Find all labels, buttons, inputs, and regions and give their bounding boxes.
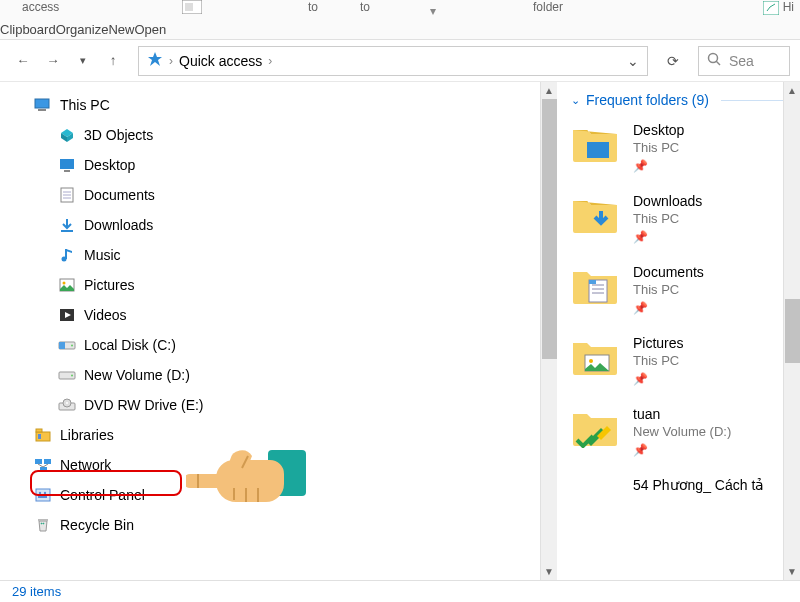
- svg-rect-39: [36, 489, 50, 501]
- folder-location: New Volume (D:): [633, 424, 731, 439]
- svg-point-30: [66, 402, 68, 404]
- folder-item-tuan[interactable]: tuan New Volume (D:) 📌: [571, 406, 800, 457]
- section-title: Frequent folders (9): [586, 92, 709, 108]
- pin-icon: 📌: [633, 230, 702, 244]
- address-bar[interactable]: › Quick access › ⌄: [138, 46, 648, 76]
- ribbon-group-organize[interactable]: Organize: [56, 22, 109, 37]
- refresh-button[interactable]: ⟳: [658, 53, 688, 69]
- main-content: ⌄ Frequent folders (9) Desktop This PC 📌…: [557, 82, 800, 580]
- svg-rect-12: [64, 170, 70, 172]
- svg-rect-24: [59, 342, 65, 349]
- svg-point-20: [63, 282, 66, 285]
- chevron-right-icon[interactable]: ›: [268, 54, 272, 68]
- ribbon-group-new[interactable]: New: [108, 22, 134, 37]
- section-frequent-folders[interactable]: ⌄ Frequent folders (9): [571, 92, 800, 108]
- drive-icon: [58, 366, 76, 384]
- back-button[interactable]: ←: [10, 48, 36, 74]
- ribbon-group-clipboard[interactable]: Clipboard: [0, 22, 56, 37]
- tree-control-panel[interactable]: Control Panel: [24, 480, 540, 510]
- tree-recycle-bin[interactable]: Recycle Bin: [24, 510, 540, 540]
- tree-this-pc[interactable]: This PC: [24, 90, 540, 120]
- folder-icon: [571, 122, 619, 164]
- control-panel-icon: [34, 486, 52, 504]
- pictures-icon: [58, 276, 76, 294]
- tree-videos[interactable]: Videos: [24, 300, 540, 330]
- tree-label: DVD RW Drive (E:): [84, 397, 204, 413]
- tree-label: Documents: [84, 187, 155, 203]
- pin-icon: 📌: [633, 443, 731, 457]
- tree-label: Recycle Bin: [60, 517, 134, 533]
- tree-new-volume-d[interactable]: New Volume (D:): [24, 360, 540, 390]
- tree-label: Pictures: [84, 277, 135, 293]
- tree-downloads[interactable]: Downloads: [24, 210, 540, 240]
- svg-rect-32: [36, 429, 42, 432]
- tree-music[interactable]: Music: [24, 240, 540, 270]
- tree-label: 3D Objects: [84, 127, 153, 143]
- ribbon-fragment: folder: [533, 0, 563, 14]
- tree-label: New Volume (D:): [84, 367, 190, 383]
- chevron-down-icon: ⌄: [571, 94, 580, 107]
- search-icon: [707, 52, 721, 69]
- pin-icon: 📌: [633, 159, 684, 173]
- recent-locations-button[interactable]: ▾: [70, 48, 96, 74]
- tree-label: Local Disk (C:): [84, 337, 176, 353]
- this-pc-icon: [34, 96, 52, 114]
- folder-name: Documents: [633, 264, 704, 280]
- tree-libraries[interactable]: Libraries: [24, 420, 540, 450]
- scroll-down-icon[interactable]: ▼: [787, 563, 797, 580]
- folder-item-partial[interactable]: 54 Phương_ Cách tả: [571, 477, 800, 519]
- breadcrumb-item[interactable]: Quick access: [179, 53, 262, 69]
- svg-point-41: [44, 492, 46, 494]
- chevron-right-icon[interactable]: ›: [169, 54, 173, 68]
- svg-rect-36: [40, 467, 47, 472]
- tree-label: Libraries: [60, 427, 114, 443]
- tree-dvd-drive-e[interactable]: DVD RW Drive (E:): [24, 390, 540, 420]
- tree-documents[interactable]: Documents: [24, 180, 540, 210]
- tree-label: This PC: [60, 97, 110, 113]
- tree-label: Music: [84, 247, 121, 263]
- folder-item-pictures[interactable]: Pictures This PC 📌: [571, 335, 800, 386]
- item-count: 29 items: [12, 584, 61, 599]
- folder-item-desktop[interactable]: Desktop This PC 📌: [571, 122, 800, 173]
- scroll-up-icon[interactable]: ▲: [787, 82, 797, 99]
- scrollbar-thumb[interactable]: [785, 299, 800, 363]
- ribbon-group-open[interactable]: Open: [134, 22, 166, 37]
- folder-name: 54 Phương_ Cách tả: [633, 477, 764, 493]
- scroll-up-icon[interactable]: ▲: [544, 82, 554, 99]
- scroll-down-icon[interactable]: ▼: [544, 563, 554, 580]
- svg-rect-35: [44, 459, 51, 464]
- folder-icon: [571, 193, 619, 235]
- svg-rect-45: [587, 142, 609, 158]
- downloads-icon: [58, 216, 76, 234]
- tree-label: Downloads: [84, 217, 153, 233]
- folder-item-downloads[interactable]: Downloads This PC 📌: [571, 193, 800, 244]
- sidebar-scrollbar[interactable]: ▲ ▼: [540, 82, 557, 580]
- svg-rect-34: [35, 459, 42, 464]
- folder-item-documents[interactable]: Documents This PC 📌: [571, 264, 800, 315]
- scrollbar-thumb[interactable]: [542, 99, 557, 359]
- up-button[interactable]: ↑: [100, 48, 126, 74]
- folder-location: This PC: [633, 211, 702, 226]
- tree-desktop[interactable]: Desktop: [24, 150, 540, 180]
- tree-network[interactable]: Network: [24, 450, 540, 480]
- svg-rect-42: [38, 496, 47, 498]
- ribbon-fragment: Hi: [763, 0, 794, 15]
- 3d-objects-icon: [58, 126, 76, 144]
- search-input[interactable]: Sea: [698, 46, 790, 76]
- svg-marker-3: [148, 52, 162, 66]
- svg-point-25: [71, 345, 73, 347]
- main-scrollbar[interactable]: ▲ ▼: [783, 82, 800, 580]
- tree-pictures[interactable]: Pictures: [24, 270, 540, 300]
- tree-local-disk-c[interactable]: Local Disk (C:): [24, 330, 540, 360]
- libraries-icon: [34, 426, 52, 444]
- folder-name: Pictures: [633, 335, 684, 351]
- forward-button[interactable]: →: [40, 48, 66, 74]
- tree-3d-objects[interactable]: 3D Objects: [24, 120, 540, 150]
- svg-rect-11: [60, 159, 74, 169]
- address-dropdown-icon[interactable]: ⌄: [627, 53, 639, 69]
- documents-icon: [58, 186, 76, 204]
- dropdown-icon[interactable]: ▾: [430, 4, 436, 18]
- tree-label: Videos: [84, 307, 127, 323]
- quick-access-star-icon: [147, 51, 163, 70]
- svg-point-18: [62, 257, 67, 262]
